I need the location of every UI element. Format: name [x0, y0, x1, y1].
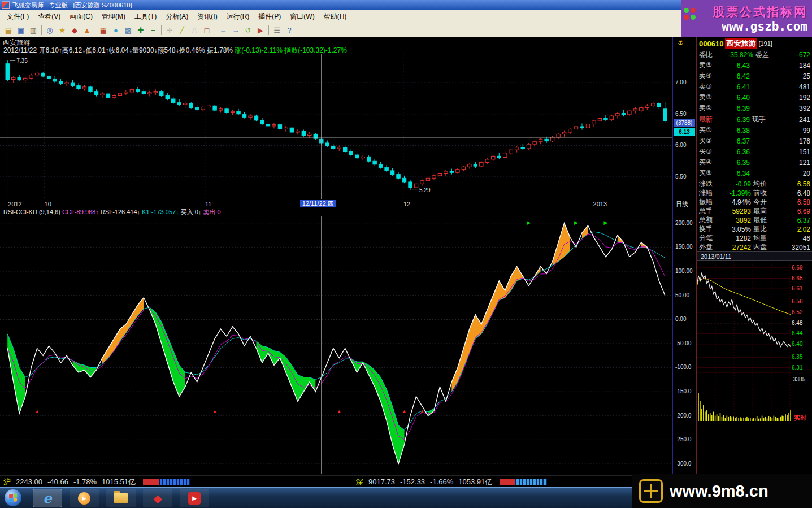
indicator-tick: -300.0	[675, 461, 691, 467]
price-tick: 5.50	[675, 173, 686, 180]
timeline-icon[interactable]: ●	[110, 24, 122, 36]
refresh-icon[interactable]: ↺	[242, 24, 254, 36]
grid-view-icon[interactable]: ▩	[122, 24, 134, 36]
back-icon[interactable]: ←	[217, 24, 229, 36]
sh-value: 2243.00	[16, 477, 42, 486]
stat-value: 1282	[718, 235, 751, 242]
bid-row[interactable]: 买②6.37176	[697, 136, 812, 146]
ask-row[interactable]: 卖①6.39392	[697, 103, 812, 114]
bid-row[interactable]: 买⑤6.3420	[697, 168, 812, 179]
sz-trend-bar	[500, 479, 547, 485]
x-axis-label: 12	[403, 201, 410, 207]
menu-window[interactable]: 窗口(W)	[285, 10, 319, 23]
bid-row[interactable]: 买④6.35121	[697, 157, 812, 168]
intraday-price-tick: 6.61	[792, 285, 811, 292]
save-icon[interactable]: ▣	[15, 24, 27, 36]
eraser-icon[interactable]: ◻	[201, 24, 213, 36]
diamond-icon: ◆	[153, 492, 162, 505]
menu-screen[interactable]: 画面(C)	[65, 10, 97, 23]
indicator-chart[interactable]: ▲▲▲▲▲▶▶▶	[0, 216, 672, 474]
bid-row[interactable]: 买①6.3899	[697, 125, 812, 136]
stat-value: 4.94%	[718, 198, 751, 206]
indicator-tick: 50.00	[675, 292, 689, 298]
kline-chart-icon[interactable]: ▦	[97, 24, 110, 36]
menu-help[interactable]: 帮助(H)	[319, 10, 351, 23]
draw-line-icon[interactable]: ╱	[176, 24, 188, 36]
watermark-top: 股票公式指标网 www.gszb.com	[681, 0, 812, 37]
svg-text:5.29: 5.29	[419, 187, 431, 193]
search-icon[interactable]: ◎	[44, 24, 56, 36]
toolbar-separator	[41, 25, 42, 35]
weicha-label: 委差	[753, 50, 772, 60]
ask-price: 6.43	[717, 62, 750, 70]
indicator-cci: CCI:-89.968↑	[62, 209, 99, 215]
bid-row[interactable]: 买③6.36151	[697, 146, 812, 157]
bid-volume: 151	[750, 148, 810, 156]
ask-volume: 192	[750, 94, 810, 102]
x-axis-label: 11	[205, 201, 211, 207]
alert-icon[interactable]: ▲	[81, 24, 93, 36]
stat-value: 3892	[718, 216, 751, 224]
info-mine-icon[interactable]: ◆	[68, 24, 81, 36]
info-index: 指数(-103.32)-1.27%	[284, 46, 347, 54]
taskbar-item-internet-explorer[interactable]: e	[33, 489, 62, 507]
menu-tools[interactable]: 工具(T)	[130, 10, 161, 23]
taskbar-item-video-app[interactable]: ▶	[180, 489, 209, 507]
intraday-price-tick: 6.69	[792, 264, 811, 271]
svg-text:▶: ▶	[603, 220, 607, 225]
run-formula-icon[interactable]: ▶	[254, 24, 267, 36]
toolbar-separator	[95, 25, 95, 35]
neipan-value: 32051	[770, 244, 810, 251]
intraday-chart[interactable]	[697, 262, 791, 372]
print-icon[interactable]: ▥	[27, 24, 40, 36]
sh-index-status: 沪 2243.00 -40.66 -1.78% 1015.51亿	[3, 476, 136, 488]
zoom-in-icon[interactable]: ✚	[134, 24, 147, 36]
stat-row: 总手59293最高6.69	[697, 206, 812, 215]
menu-news[interactable]: 资讯(I)	[193, 10, 222, 23]
menu-manage[interactable]: 管理(M)	[97, 10, 130, 23]
price-axis-column: ⚓ (3788) 6.13 7.006.506.005.50200.00150.…	[672, 37, 697, 475]
stat-value: 6.58	[770, 198, 810, 206]
crosshair-icon[interactable]: ✛	[163, 24, 176, 36]
bid-price: 6.37	[717, 137, 750, 145]
indicator-tick: 0.00	[675, 316, 686, 322]
anchor-icon[interactable]: ⚓	[678, 38, 684, 46]
ask-row[interactable]: 卖③6.41481	[697, 81, 812, 92]
watermark-logo-dots	[684, 8, 696, 20]
stat-row: 振幅4.94%今开6.58	[697, 197, 812, 206]
ask-row[interactable]: 卖②6.40192	[697, 92, 812, 103]
ask-volume: 25	[750, 72, 810, 80]
realtime-label[interactable]: 实时	[794, 414, 806, 422]
xianshou-value: 241	[769, 116, 810, 124]
text-tool-icon[interactable]: A	[188, 24, 201, 36]
menu-plugin[interactable]: 插件(P)	[254, 10, 285, 23]
ask-row[interactable]: 卖④6.4225	[697, 71, 812, 81]
ask-row[interactable]: 卖⑤6.43184	[697, 60, 812, 71]
open-icon[interactable]: ▤	[2, 24, 15, 36]
list-menu-icon[interactable]: ☰	[271, 24, 283, 36]
zoom-out-icon[interactable]: −	[147, 24, 159, 36]
taskbar-item-card-app[interactable]: ◆	[143, 489, 172, 507]
svg-text:▲: ▲	[337, 409, 342, 414]
intraday-volume-chart[interactable]	[697, 372, 791, 421]
info-change: 涨(-0.13)-2.11%	[235, 46, 284, 54]
menu-view[interactable]: 查看(V)	[33, 10, 65, 23]
forward-icon[interactable]: →	[229, 24, 242, 36]
stat-label: 量比	[751, 224, 770, 234]
stat-value: 6.69	[770, 207, 810, 215]
menu-run[interactable]: 运行(R)	[222, 10, 254, 23]
candlestick-chart[interactable]: 7.355.29	[0, 54, 672, 199]
menu-analysis[interactable]: 分析(A)	[161, 10, 193, 23]
taskbar-item-file-explorer[interactable]	[106, 489, 136, 507]
favorite-icon[interactable]: ★	[56, 24, 68, 36]
help-icon[interactable]: ?	[283, 24, 296, 36]
taskbar-item-media-player[interactable]: ▶	[70, 489, 99, 507]
indicator-tick: 100.00	[675, 268, 693, 274]
start-button[interactable]	[5, 489, 21, 506]
menu-file[interactable]: 文件(F)	[2, 10, 33, 23]
waipan-value: 27242	[718, 244, 751, 251]
indicator-sell: 卖出:0	[203, 209, 220, 215]
weicha-value: -672	[772, 51, 810, 59]
pan-row: 外盘 27242 内盘 32051	[697, 242, 812, 252]
indicator-tick: 150.00	[675, 244, 693, 250]
